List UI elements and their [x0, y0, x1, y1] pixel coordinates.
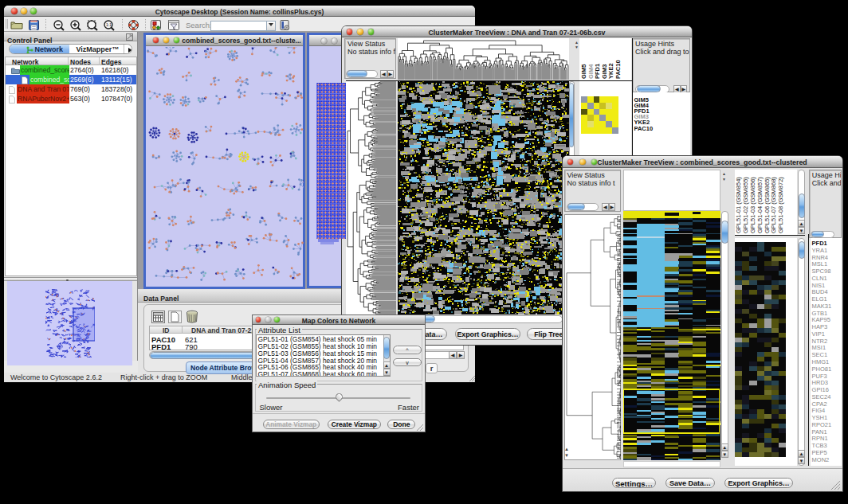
svg-text:1:1: 1:1 — [106, 22, 112, 27]
